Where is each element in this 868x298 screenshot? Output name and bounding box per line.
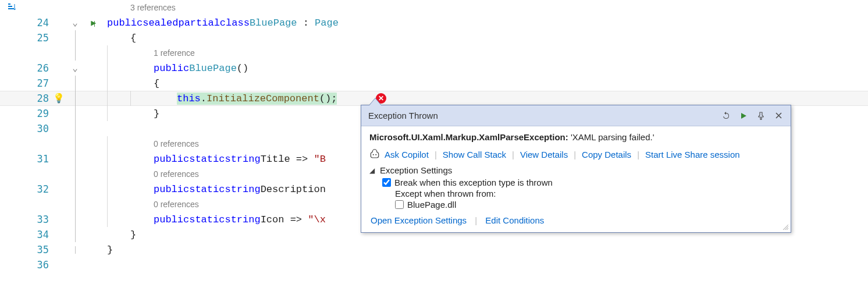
keyword: sealed [143,17,178,29]
svg-point-3 [373,154,374,155]
chevron-down-icon[interactable]: ⌄ [72,62,78,74]
codelens-row: 1 reference [0,45,868,61]
exception-action-links: Ask Copilot | Show Call Stack | View Det… [369,149,782,159]
code-line[interactable]: 35 } [0,242,868,257]
code-line[interactable]: 36 [0,257,868,272]
continue-icon[interactable] [736,108,751,123]
code-line[interactable]: 24 ⌄ ▶| public sealed partial class Blue… [0,15,868,30]
current-exception-line[interactable]: 28 💡 this.InitializeComponent(); ✕ [0,91,868,106]
codelens-references[interactable]: 0 references [154,200,199,209]
line-number: 33 [23,214,52,225]
type-name: BluePage [189,63,237,74]
type-name: Page [315,17,339,29]
exception-popup-header: Exception Thrown [361,105,791,126]
execution-pointer-icon: ▶| [91,17,97,29]
keyword: partial [178,17,219,29]
line-number: 31 [23,153,52,165]
svg-rect-1 [8,6,12,7]
codelens-references[interactable]: 0 references [154,169,199,179]
keyword: public [154,63,189,74]
line-number: 36 [23,259,52,271]
break-on-exception-label: Break when this exception type is thrown [394,178,553,187]
edit-conditions-link[interactable]: Edit Conditions [484,215,545,225]
code-line[interactable]: 27 { [0,76,868,91]
break-on-exception-checkbox-row[interactable]: Break when this exception type is thrown [382,178,782,187]
show-call-stack-link[interactable]: Show Call Stack [442,150,507,159]
codelens-references[interactable]: 0 references [154,139,199,148]
expander-triangle-icon: ◢ [369,166,378,175]
line-number: 28 [23,93,52,104]
sort-icon[interactable] [6,2,17,13]
highlighted-statement: this.InitializeComponent(); [177,93,337,105]
lightbulb-icon[interactable]: 💡 [53,93,65,104]
codelens-references[interactable]: 3 references [130,3,176,12]
resize-grip-icon[interactable] [781,223,788,230]
line-number: 34 [23,229,52,240]
code-line[interactable]: 25 { [0,30,868,45]
line-number: 35 [23,244,52,256]
except-module-label: BluePage.dll [407,200,456,210]
copy-details-link[interactable]: Copy Details [581,150,632,159]
line-number: 27 [23,77,52,89]
exception-settings-expander[interactable]: ◢ Exception Settings [369,165,782,175]
line-number: 24 [23,17,52,29]
line-number: 25 [23,32,52,44]
svg-rect-0 [8,3,10,5]
line-number: 29 [23,108,52,119]
except-when-thrown-label: Except when thrown from: [382,189,782,198]
exception-title: Exception Thrown [368,111,716,120]
line-number: 26 [23,62,52,74]
copilot-icon [369,149,380,159]
code-line[interactable]: 26 ⌄ public BluePage() [0,61,868,76]
view-details-link[interactable]: View Details [519,150,569,159]
line-number: 32 [23,183,52,195]
line-number: 30 [23,123,52,134]
chevron-down-icon[interactable]: ⌄ [72,17,78,29]
svg-rect-2 [8,8,14,9]
keyword: class [220,17,250,29]
keyword: public [107,17,143,29]
close-icon[interactable] [771,108,786,123]
svg-point-4 [375,154,376,155]
ask-copilot-link[interactable]: Ask Copilot [383,150,430,159]
exception-popup: Exception Thrown Microsoft.UI.Xaml.Marku… [361,105,791,233]
start-live-share-link[interactable]: Start Live Share session [644,150,741,159]
open-exception-settings-link[interactable]: Open Exception Settings [369,215,468,225]
pin-icon[interactable] [753,108,769,123]
margin-glyph [0,2,23,13]
type-name: BluePage [250,17,297,29]
except-module-checkbox-row[interactable]: BluePage.dll [382,200,782,210]
history-icon[interactable] [718,108,734,123]
exception-message: Microsoft.UI.Xaml.Markup.XamlParseExcept… [369,132,782,142]
except-module-checkbox[interactable] [395,200,404,209]
code-editor[interactable]: 3 references 24 ⌄ ▶| public sealed parti… [0,0,868,298]
codelens-row: 3 references [0,0,868,15]
break-on-exception-checkbox[interactable] [382,178,391,187]
codelens-references[interactable]: 1 reference [154,48,195,58]
